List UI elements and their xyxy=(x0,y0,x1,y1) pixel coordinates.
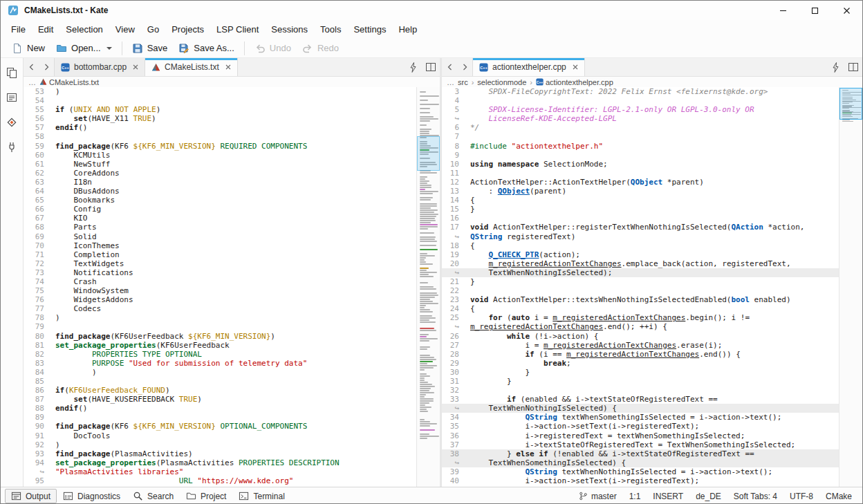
open-button[interactable]: Open... xyxy=(50,41,118,55)
minimap-viewport[interactable] xyxy=(839,88,862,120)
window-maximize-button[interactable] xyxy=(799,1,830,20)
minimap-line xyxy=(420,384,432,385)
sidebar-documents-button[interactable] xyxy=(3,64,21,82)
tab-close-icon[interactable] xyxy=(225,64,231,70)
tab-scroll-right-button[interactable] xyxy=(457,58,472,76)
code-line: 34 QString textWhenSomethingIsSelected =… xyxy=(442,413,839,422)
status-de-de[interactable]: de_DE xyxy=(689,490,727,503)
code-line: 88endif() xyxy=(24,404,416,413)
menu-view[interactable]: View xyxy=(109,21,141,37)
code-line: ↪QString registeredText) xyxy=(442,232,839,241)
menu-go[interactable]: Go xyxy=(141,21,165,37)
code-area-right[interactable]: 3 SPDX-FileCopyrightText: 2022 Felix Ern… xyxy=(442,87,839,487)
window-minimize-button[interactable] xyxy=(767,1,799,20)
menu-lsp-client[interactable]: LSP Client xyxy=(210,21,265,37)
minimap-scrollbar-left[interactable] xyxy=(416,87,440,487)
chevron-right-icon xyxy=(462,64,468,71)
menu-tools[interactable]: Tools xyxy=(314,21,347,37)
status-cmake[interactable]: CMake xyxy=(819,490,858,503)
panel-search-button[interactable]: Search xyxy=(127,489,180,503)
code-text xyxy=(470,151,839,160)
code-line: 23void ActionTextHelper::textsWhenNothin… xyxy=(442,295,839,304)
menu-settings[interactable]: Settings xyxy=(347,21,392,37)
window-close-button[interactable] xyxy=(830,1,862,20)
new-button[interactable]: New xyxy=(6,41,50,55)
code-text: m_registeredActionTextChanges.end(); ++i… xyxy=(470,322,839,331)
menu-sessions[interactable]: Sessions xyxy=(265,21,314,37)
minimap-line xyxy=(420,259,425,261)
breadcrumb-item-src[interactable]: src xyxy=(458,78,468,86)
code-line: 65 Bookmarks xyxy=(24,196,416,205)
split-view-button[interactable] xyxy=(844,58,862,76)
minimap-line xyxy=(420,438,427,439)
minimap-scrollbar-right[interactable] xyxy=(839,87,862,487)
minimap-line xyxy=(420,315,432,317)
tab-actiontexthelper-cpp[interactable]: C++actiontexthelper.cpp xyxy=(472,58,585,76)
status-utf-8[interactable]: UTF-8 xyxy=(783,490,819,503)
tab-cmakelists-txt[interactable]: CMakeLists.txt xyxy=(145,58,238,76)
code-line: 81set_package_properties(KF6UserFeedback xyxy=(24,341,416,350)
split-view-button[interactable] xyxy=(422,58,440,76)
code-area-left[interactable]: 53)5455if (UNIX AND NOT APPLE)56 set(HAV… xyxy=(24,87,416,487)
breadcrumb-item-actiontexthelper-cpp[interactable]: C++actiontexthelper.cpp xyxy=(536,78,613,86)
lightning-icon xyxy=(409,62,417,73)
status-insert[interactable]: INSERT xyxy=(647,490,689,503)
panel-output-button[interactable]: Output xyxy=(5,489,57,503)
line-number: 54 xyxy=(24,96,55,105)
sidebar-plugins-button[interactable] xyxy=(3,138,21,156)
menu-help[interactable]: Help xyxy=(392,21,423,37)
title-bar: CMakeLists.txt - Kate xyxy=(1,1,862,20)
code-line: 59find_package(KF6 ${KF6_MIN_VERSION} RE… xyxy=(24,142,416,151)
tab-bottombar-cpp[interactable]: C++bottombar.cpp xyxy=(54,58,145,76)
code-text: Parts xyxy=(55,223,416,232)
menu-file[interactable]: File xyxy=(5,21,32,37)
code-text: LicenseRef-KDE-Accepted-LGPL xyxy=(470,114,839,123)
panel-diagnostics-button[interactable]: Diagnostics xyxy=(57,489,127,503)
new-icon xyxy=(12,43,23,54)
code-line: 92) xyxy=(24,440,416,449)
code-line: 56 set(HAVE_X11 TRUE) xyxy=(24,114,416,123)
save-as-button[interactable]: Save As... xyxy=(173,41,240,55)
sidebar-filesystem-button[interactable] xyxy=(3,88,21,106)
sidebar-git-button[interactable] xyxy=(3,113,21,131)
tab-scroll-right-button[interactable] xyxy=(39,58,54,76)
code-line: 9 xyxy=(442,151,839,160)
cmake-file-icon xyxy=(151,63,160,72)
quick-open-button[interactable] xyxy=(404,58,422,76)
code-line: 24{ xyxy=(442,304,839,313)
panel-label: Terminal xyxy=(253,492,284,501)
tab-close-icon[interactable] xyxy=(573,64,578,70)
minimap-line xyxy=(420,388,431,389)
minimap-line xyxy=(420,411,428,412)
minimap-viewport[interactable] xyxy=(417,136,440,171)
minimap-line xyxy=(420,274,429,275)
status-1-1[interactable]: 1:1 xyxy=(623,490,647,503)
code-line: 32 xyxy=(442,386,839,395)
breadcrumb-item-cmakelists-txt[interactable]: CMakeLists.txt xyxy=(39,78,99,86)
status-soft-tabs-4[interactable]: Soft Tabs: 4 xyxy=(727,490,783,503)
code-line: ↪ TextWhenNothingIsSelected) { xyxy=(442,404,839,413)
menu-projects[interactable]: Projects xyxy=(165,21,210,37)
save-button[interactable]: Save xyxy=(127,41,174,55)
breadcrumb-overflow[interactable]: … xyxy=(28,78,36,86)
tab-close-icon[interactable] xyxy=(133,64,138,70)
panel-project-button[interactable]: Project xyxy=(180,489,232,503)
panel-terminal-button[interactable]: Terminal xyxy=(232,489,290,503)
tab-scroll-left-button[interactable] xyxy=(24,58,39,76)
line-number: 26 xyxy=(442,332,470,341)
code-text: TYPE OPTIONAL xyxy=(55,485,416,487)
breadcrumb-item-selectionmode[interactable]: selectionmode xyxy=(477,78,526,86)
code-line: 22 xyxy=(442,286,839,295)
menu-selection[interactable]: Selection xyxy=(59,21,109,37)
code-text: find_package(KF6 ${KF6_MIN_VERSION} REQU… xyxy=(55,142,416,151)
tab-scroll-left-button[interactable] xyxy=(442,58,457,76)
minimap-line xyxy=(420,95,439,97)
quick-open-button[interactable] xyxy=(826,58,844,76)
line-number: 5 xyxy=(442,105,470,114)
breadcrumb-overflow[interactable]: … xyxy=(447,78,454,86)
status-master[interactable]: master xyxy=(573,490,623,503)
minimap-line xyxy=(420,129,432,130)
minimap-line xyxy=(420,239,435,240)
menu-edit[interactable]: Edit xyxy=(32,21,59,37)
minimap-line xyxy=(420,357,434,358)
